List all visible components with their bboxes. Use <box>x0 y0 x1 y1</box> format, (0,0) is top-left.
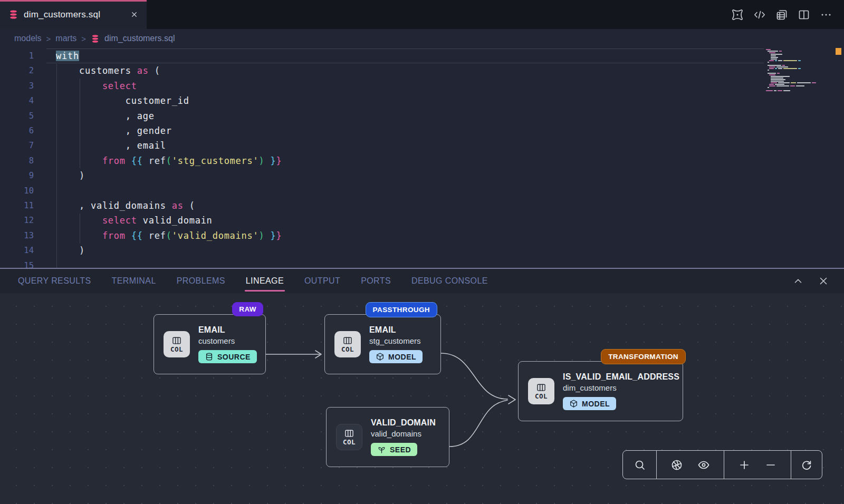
copy-table-icon[interactable] <box>775 8 788 21</box>
minimap-row <box>766 89 816 90</box>
panel-tab-output[interactable]: OUTPUT <box>304 269 340 293</box>
code-line[interactable]: , age <box>56 109 282 123</box>
panel-tab-query-results[interactable]: QUERY RESULTS <box>18 269 91 293</box>
breadcrumb-item-marts[interactable]: marts <box>55 34 76 43</box>
code-line[interactable]: customers as ( <box>56 63 282 78</box>
node-text: IS_VALID_EMAIL_ADDRESSdim_customersMODEL <box>563 372 679 410</box>
code-line[interactable]: from {{ ref('valid_domains') }} <box>56 228 282 243</box>
code-line[interactable]: select <box>56 79 282 93</box>
zoom-out-icon[interactable] <box>764 459 777 471</box>
aperture-icon[interactable] <box>670 459 683 471</box>
search-icon[interactable] <box>634 459 646 471</box>
minimap-row <box>769 85 816 86</box>
minimap-row <box>771 55 816 56</box>
node-text: EMAILcustomersSOURCE <box>198 325 257 363</box>
more-icon[interactable] <box>820 8 832 21</box>
minimap-row <box>768 87 816 88</box>
lineage-node-valid_domains[interactable]: COLVALID_DOMAINvalid_domainsSEED <box>326 407 449 467</box>
pill-label: SOURCE <box>217 353 251 361</box>
columns-icon <box>171 335 182 346</box>
pill-source: SOURCE <box>198 350 257 363</box>
code-line[interactable]: from {{ ref('stg_customers') }} <box>56 153 282 168</box>
code-line[interactable]: , email <box>56 138 282 153</box>
pill-label: MODEL <box>582 400 610 408</box>
database-icon <box>91 34 100 43</box>
code-line[interactable]: ) <box>56 168 282 183</box>
panel-tab-lineage[interactable]: LINEAGE <box>246 269 284 293</box>
node-text: VALID_DOMAINvalid_domainsSEED <box>371 418 436 456</box>
breadcrumb-separator: > <box>46 34 51 43</box>
minimap-row <box>769 68 816 69</box>
indent-guide <box>80 79 80 168</box>
lineage-node-dim_customers[interactable]: TRANSFORMATIONCOLIS_VALID_EMAIL_ADDRESSd… <box>518 361 683 421</box>
breadcrumb-item-models[interactable]: models <box>14 34 42 43</box>
tab-dim-customers-sql[interactable]: dim_customers.sql <box>0 0 147 29</box>
code-line[interactable]: with <box>56 49 282 63</box>
code-line[interactable]: , valid_domains as ( <box>56 198 282 213</box>
dbt-logo-icon[interactable] <box>731 8 744 21</box>
minimap-row <box>771 79 816 80</box>
node-title: EMAIL <box>369 325 423 335</box>
columns-icon <box>344 428 354 439</box>
minimap-row <box>771 59 816 60</box>
panel-tab-debug-console[interactable]: DEBUG CONSOLE <box>411 269 488 293</box>
split-editor-icon[interactable] <box>798 8 810 21</box>
code-line[interactable]: select valid_domain <box>56 213 282 228</box>
column-chip: COL <box>528 378 554 404</box>
column-chip: COL <box>334 331 361 357</box>
database-icon <box>205 352 214 361</box>
code-line[interactable] <box>56 183 282 198</box>
close-icon[interactable] <box>818 275 829 287</box>
breadcrumb: models>marts>dim_customers.sql <box>0 29 844 48</box>
minimap-row <box>771 82 816 83</box>
cube-icon <box>376 352 385 361</box>
minimap-row <box>766 90 816 91</box>
node-title: VALID_DOMAIN <box>371 418 436 428</box>
lineage-node-customers[interactable]: RAWCOLEMAILcustomersSOURCE <box>154 314 266 374</box>
chip-label: COL <box>170 345 183 353</box>
code-icon[interactable] <box>753 8 766 21</box>
minimap-row <box>768 62 816 63</box>
cube-icon <box>569 399 578 408</box>
code-line[interactable] <box>56 258 282 268</box>
node-subtitle: customers <box>198 336 257 345</box>
line-number: 4 <box>0 93 34 108</box>
tab-close-icon[interactable] <box>130 11 138 18</box>
minimap-row <box>766 71 816 72</box>
minimap-row <box>768 65 816 66</box>
line-number: 6 <box>0 123 34 138</box>
minimap-row <box>768 51 816 52</box>
minimap-row <box>769 84 816 85</box>
line-number: 15 <box>0 258 34 268</box>
panel-tab-terminal[interactable]: TERMINAL <box>112 269 156 293</box>
panel-tab-ports[interactable]: PORTS <box>361 269 391 293</box>
minimap-row <box>769 60 816 61</box>
breadcrumb-file[interactable]: dim_customers.sql <box>104 34 175 43</box>
refresh-icon[interactable] <box>800 459 813 471</box>
code-line[interactable]: customer_id <box>56 93 282 108</box>
minimap[interactable] <box>766 49 816 91</box>
node-subtitle: dim_customers <box>563 383 679 392</box>
pill-label: MODEL <box>388 353 416 361</box>
code-lines[interactable]: with customers as ( select customer_id ,… <box>56 49 282 268</box>
toolbar-group <box>724 451 791 479</box>
lineage-node-stg_customers[interactable]: PASSTHROUGHCOLEMAILstg_customersMODEL <box>324 314 441 374</box>
code-editor[interactable]: 123456789101112131415 with customers as … <box>0 48 844 268</box>
eye-icon[interactable] <box>697 459 710 471</box>
node-subtitle: stg_customers <box>369 336 423 345</box>
minimap-row <box>769 66 816 67</box>
overview-ruler-mark <box>836 48 841 55</box>
minimap-row <box>766 63 816 64</box>
pill-model: MODEL <box>369 350 423 363</box>
lineage-canvas[interactable]: RAWCOLEMAILcustomersSOURCEPASSTHROUGHCOL… <box>0 293 844 504</box>
column-chip: COL <box>164 331 190 357</box>
zoom-in-icon[interactable] <box>738 459 751 471</box>
pill-seed: SEED <box>371 443 417 456</box>
panel-tab-problems[interactable]: PROBLEMS <box>177 269 225 293</box>
line-number: 11 <box>0 198 34 213</box>
code-line[interactable]: ) <box>56 243 282 258</box>
minimap-row <box>771 54 816 55</box>
badge-raw: RAW <box>232 302 263 316</box>
chevron-up-icon[interactable] <box>792 275 804 287</box>
code-line[interactable]: , gender <box>56 123 282 138</box>
